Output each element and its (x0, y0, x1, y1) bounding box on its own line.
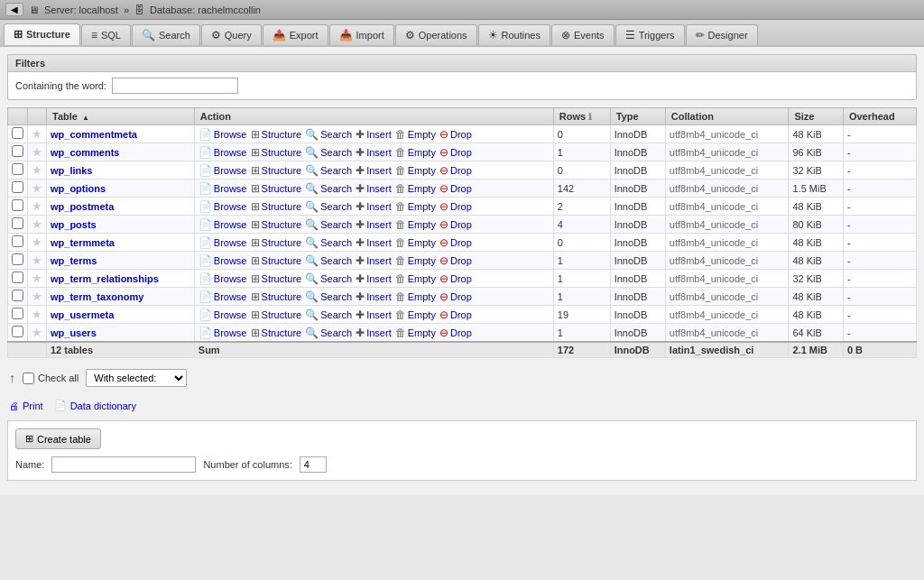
empty-button[interactable]: 🗑Empty (395, 164, 436, 177)
table-name-link[interactable]: wp_term_taxonomy (51, 291, 143, 302)
table-name-link[interactable]: wp_terms (51, 255, 97, 266)
browse-button[interactable]: 📄Browse (199, 200, 247, 213)
browse-button[interactable]: 📄Browse (199, 327, 247, 339)
structure-button[interactable]: ⊞Structure (251, 200, 302, 213)
search-button[interactable]: 🔍Search (305, 200, 352, 213)
drop-button[interactable]: ⊖Drop (439, 308, 472, 321)
row-checkbox[interactable] (12, 235, 23, 247)
structure-button[interactable]: ⊞Structure (251, 128, 302, 141)
structure-button[interactable]: ⊞Structure (251, 327, 302, 339)
insert-button[interactable]: ✚Insert (356, 128, 392, 141)
insert-button[interactable]: ✚Insert (356, 254, 392, 267)
row-checkbox[interactable] (12, 217, 23, 229)
insert-button[interactable]: ✚Insert (356, 182, 392, 195)
insert-button[interactable]: ✚Insert (356, 236, 392, 249)
structure-button[interactable]: ⊞Structure (251, 164, 302, 177)
insert-button[interactable]: ✚Insert (356, 327, 392, 339)
col-table[interactable]: Table ▲ (47, 108, 195, 125)
drop-button[interactable]: ⊖Drop (439, 182, 472, 195)
empty-button[interactable]: 🗑Empty (395, 218, 436, 231)
browse-button[interactable]: 📄Browse (199, 290, 247, 303)
table-name-link[interactable]: wp_postmeta (51, 201, 114, 212)
table-name-link[interactable]: wp_posts (51, 219, 97, 230)
tab-import[interactable]: 📥 Import (329, 24, 394, 45)
insert-button[interactable]: ✚Insert (356, 290, 392, 303)
drop-button[interactable]: ⊖Drop (439, 290, 472, 303)
create-table-button[interactable]: ⊞ Create table (15, 428, 101, 449)
browse-button[interactable]: 📄Browse (199, 254, 247, 267)
row-checkbox[interactable] (12, 163, 23, 175)
row-checkbox[interactable] (12, 181, 23, 193)
empty-button[interactable]: 🗑Empty (395, 327, 436, 339)
row-checkbox[interactable] (12, 253, 23, 265)
structure-button[interactable]: ⊞Structure (251, 236, 302, 249)
tab-designer[interactable]: ✏ Designer (686, 24, 758, 45)
rows-info-icon[interactable]: ℹ (588, 112, 592, 122)
row-checkbox[interactable] (12, 145, 23, 157)
tab-events[interactable]: ⊗ Events (551, 24, 614, 45)
star-icon[interactable]: ★ (32, 235, 42, 249)
structure-button[interactable]: ⊞Structure (251, 146, 302, 159)
browse-button[interactable]: 📄Browse (199, 308, 247, 321)
drop-button[interactable]: ⊖Drop (439, 200, 472, 213)
tab-triggers[interactable]: ☰ Triggers (615, 24, 685, 45)
search-button[interactable]: 🔍Search (305, 254, 352, 267)
drop-button[interactable]: ⊖Drop (439, 218, 472, 231)
browse-button[interactable]: 📄Browse (199, 146, 247, 159)
table-name-input[interactable] (51, 456, 196, 473)
insert-button[interactable]: ✚Insert (356, 272, 392, 285)
structure-button[interactable]: ⊞Structure (251, 182, 302, 195)
star-icon[interactable]: ★ (32, 199, 42, 213)
drop-button[interactable]: ⊖Drop (439, 164, 472, 177)
table-name-link[interactable]: wp_users (51, 327, 97, 338)
tab-search[interactable]: 🔍 Search (132, 24, 200, 45)
row-checkbox[interactable] (12, 290, 23, 301)
columns-count-input[interactable] (300, 456, 327, 473)
data-dictionary-link[interactable]: 📄 Data dictionary (54, 400, 136, 411)
with-selected-dropdown[interactable]: With selected: Drop Empty Export (86, 369, 187, 387)
tab-sql[interactable]: ≡ SQL (81, 24, 131, 45)
star-icon[interactable]: ★ (32, 145, 42, 159)
table-name-link[interactable]: wp_comments (51, 147, 119, 158)
structure-button[interactable]: ⊞Structure (251, 218, 302, 231)
search-button[interactable]: 🔍Search (305, 146, 352, 159)
empty-button[interactable]: 🗑Empty (395, 254, 436, 267)
browse-button[interactable]: 📄Browse (199, 218, 247, 231)
empty-button[interactable]: 🗑Empty (395, 146, 436, 159)
search-button[interactable]: 🔍Search (305, 218, 352, 231)
star-icon[interactable]: ★ (32, 127, 42, 141)
tab-routines[interactable]: ☀ Routines (478, 24, 550, 45)
row-checkbox[interactable] (12, 127, 23, 139)
drop-button[interactable]: ⊖Drop (439, 146, 472, 159)
tab-export[interactable]: 📤 Export (263, 24, 328, 45)
star-icon[interactable]: ★ (32, 326, 42, 339)
row-checkbox[interactable] (12, 308, 23, 319)
tab-operations[interactable]: ⚙ Operations (395, 24, 477, 45)
empty-button[interactable]: 🗑Empty (395, 128, 436, 141)
browse-button[interactable]: 📄Browse (199, 128, 247, 141)
tab-structure[interactable]: ⊞ Structure (4, 23, 80, 45)
insert-button[interactable]: ✚Insert (356, 200, 392, 213)
drop-button[interactable]: ⊖Drop (439, 236, 472, 249)
drop-button[interactable]: ⊖Drop (439, 128, 472, 141)
drop-button[interactable]: ⊖Drop (439, 254, 472, 267)
star-icon[interactable]: ★ (32, 253, 42, 267)
empty-button[interactable]: 🗑Empty (395, 236, 436, 249)
table-name-link[interactable]: wp_options (51, 183, 106, 194)
browse-button[interactable]: 📄Browse (199, 182, 247, 195)
search-button[interactable]: 🔍Search (305, 290, 352, 303)
search-button[interactable]: 🔍Search (305, 182, 352, 195)
empty-button[interactable]: 🗑Empty (395, 290, 436, 303)
row-checkbox[interactable] (12, 326, 23, 337)
search-button[interactable]: 🔍Search (305, 164, 352, 177)
empty-button[interactable]: 🗑Empty (395, 200, 436, 213)
star-icon[interactable]: ★ (32, 290, 42, 303)
structure-button[interactable]: ⊞Structure (251, 290, 302, 303)
table-name-link[interactable]: wp_links (51, 165, 92, 176)
browse-button[interactable]: 📄Browse (199, 236, 247, 249)
back-button[interactable]: ◀ (5, 3, 23, 16)
tab-query[interactable]: ⚙ Query (201, 24, 262, 45)
search-button[interactable]: 🔍Search (305, 128, 352, 141)
search-button[interactable]: 🔍Search (305, 272, 352, 285)
empty-button[interactable]: 🗑Empty (395, 182, 436, 195)
